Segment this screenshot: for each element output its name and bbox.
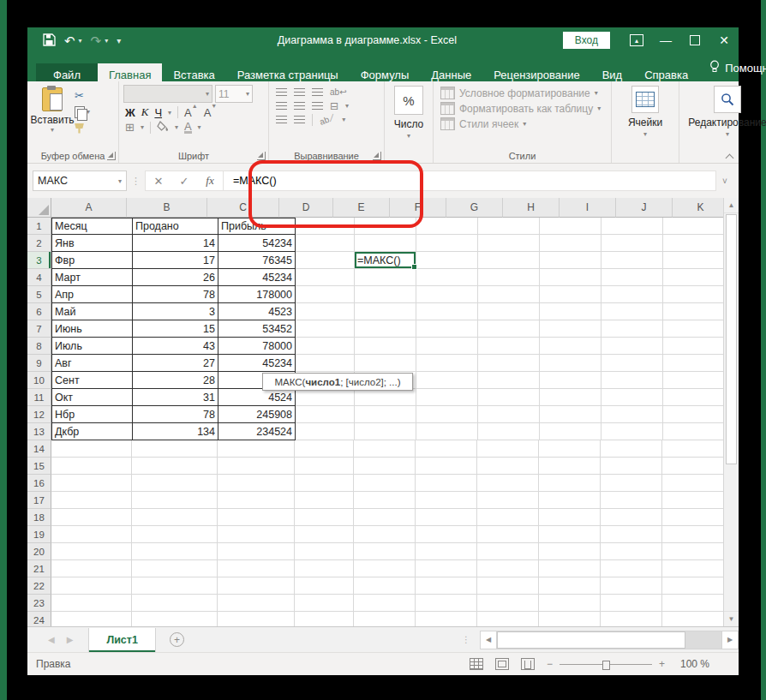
vertical-scroll-thumb[interactable] (726, 214, 737, 464)
cell-A21[interactable] (51, 560, 132, 577)
cell-F15[interactable] (416, 458, 477, 475)
row-header-8[interactable]: 8 (27, 338, 51, 355)
close-button[interactable]: ✕ (709, 28, 739, 52)
cell-D8[interactable] (296, 338, 355, 355)
number-dropdown-icon[interactable]: ▾ (407, 132, 410, 140)
fill-handle[interactable] (411, 264, 417, 270)
cell-J22[interactable] (662, 577, 724, 595)
cell-E19[interactable] (354, 526, 416, 543)
cell-A19[interactable] (51, 526, 132, 543)
editing-button[interactable] (714, 86, 741, 113)
column-header-I[interactable]: I (560, 198, 616, 218)
cell-I10[interactable] (601, 372, 663, 389)
cell-I22[interactable] (601, 577, 662, 595)
cell-G3[interactable] (478, 252, 540, 269)
confirm-entry-icon[interactable]: ✓ (171, 175, 197, 188)
row-header-16[interactable]: 16 (27, 475, 51, 492)
cell-E20[interactable] (354, 543, 416, 560)
cell-F3[interactable] (416, 252, 478, 269)
cell-D18[interactable] (295, 509, 354, 526)
cell-E16[interactable] (354, 475, 416, 492)
align-right-icon[interactable] (312, 102, 323, 111)
row-header-10[interactable]: 10 (27, 372, 51, 389)
borders-button[interactable]: ⊞ (125, 121, 135, 134)
paste-button[interactable]: Вставить ▾ (30, 84, 75, 149)
cell-C20[interactable] (218, 543, 295, 560)
cell-E7[interactable] (355, 320, 416, 338)
cell-E4[interactable] (355, 269, 416, 286)
row-header-14[interactable]: 14 (27, 440, 51, 458)
cell-B15[interactable] (132, 458, 218, 475)
cell-F11[interactable] (416, 389, 478, 406)
cell-J10[interactable] (663, 372, 725, 389)
underline-button[interactable]: Ч (154, 106, 162, 119)
cut-button[interactable]: ✂ (75, 89, 90, 102)
cell-G7[interactable] (478, 320, 540, 338)
cell-A18[interactable] (51, 509, 132, 526)
table-cell-C11[interactable]: 4524 (218, 389, 296, 406)
cell-F2[interactable] (416, 235, 478, 252)
cell-B16[interactable] (132, 475, 218, 492)
cell-B21[interactable] (132, 560, 218, 577)
cell-E8[interactable] (355, 338, 416, 355)
cell-D11[interactable] (296, 389, 355, 406)
cell-C16[interactable] (218, 475, 295, 492)
align-center-icon[interactable] (294, 102, 305, 111)
cell-B19[interactable] (132, 526, 218, 543)
table-cell-B13[interactable]: 134 (133, 423, 218, 440)
cell-styles-button[interactable]: Стили ячеек▾ (440, 117, 608, 130)
cell-A20[interactable] (51, 543, 132, 560)
zoom-slider[interactable]: − + (547, 658, 665, 670)
cell-I7[interactable] (601, 320, 663, 338)
ribbon-display-options-icon[interactable]: ▴ (622, 28, 651, 52)
cell-D21[interactable] (295, 560, 354, 577)
cell-E5[interactable] (355, 286, 416, 303)
table-cell-B6[interactable]: 3 (133, 303, 218, 320)
page-layout-view-icon[interactable] (495, 658, 509, 670)
row-header-17[interactable]: 17 (27, 492, 51, 509)
redo-dropdown-icon[interactable]: ▾ (105, 37, 108, 45)
cell-B20[interactable] (132, 543, 218, 560)
table-cell-A13[interactable]: Дкбр (51, 423, 133, 440)
column-header-H[interactable]: H (503, 198, 560, 218)
cell-E1[interactable] (355, 218, 416, 235)
cell-G24[interactable] (477, 612, 539, 626)
insert-function-icon[interactable]: fx (197, 174, 223, 188)
cell-J13[interactable] (663, 423, 725, 440)
cell-H9[interactable] (540, 355, 601, 372)
cell-H8[interactable] (540, 338, 601, 355)
cell-D14[interactable] (295, 440, 354, 458)
cell-F24[interactable] (416, 612, 477, 626)
table-cell-A11[interactable]: Окт (51, 389, 133, 406)
cell-I18[interactable] (601, 509, 662, 526)
cell-F4[interactable] (416, 269, 478, 286)
cell-C24[interactable] (218, 612, 295, 626)
cell-E12[interactable] (355, 406, 416, 423)
column-header-K[interactable]: K (673, 198, 729, 218)
row-header-19[interactable]: 19 (27, 526, 51, 543)
table-cell-A5[interactable]: Апр (51, 286, 133, 303)
row-header-6[interactable]: 6 (27, 303, 51, 320)
table-cell-C1[interactable]: Прибыль (218, 218, 296, 235)
table-cell-B9[interactable]: 27 (133, 355, 218, 372)
cell-J2[interactable] (663, 235, 725, 252)
table-cell-B4[interactable]: 26 (133, 269, 218, 286)
cell-D13[interactable] (296, 423, 355, 440)
cell-I1[interactable] (601, 218, 663, 235)
row-header-7[interactable]: 7 (27, 320, 51, 338)
hscroll-right-icon[interactable]: ▶ (721, 631, 739, 649)
row-header-11[interactable]: 11 (27, 389, 51, 406)
cell-G10[interactable] (478, 372, 540, 389)
cell-E24[interactable] (354, 612, 416, 626)
grow-font-button[interactable]: А▲ (184, 106, 198, 119)
cell-F7[interactable] (416, 320, 478, 338)
cell-F17[interactable] (416, 492, 477, 509)
cell-D12[interactable] (296, 406, 355, 423)
row-header-3[interactable]: 3 (27, 252, 51, 269)
cell-D2[interactable] (296, 235, 355, 252)
cell-J5[interactable] (663, 286, 725, 303)
table-cell-C7[interactable]: 53452 (218, 320, 296, 338)
row-header-5[interactable]: 5 (27, 286, 51, 303)
row-header-22[interactable]: 22 (27, 577, 51, 595)
table-cell-A3[interactable]: Фвр (51, 252, 133, 269)
